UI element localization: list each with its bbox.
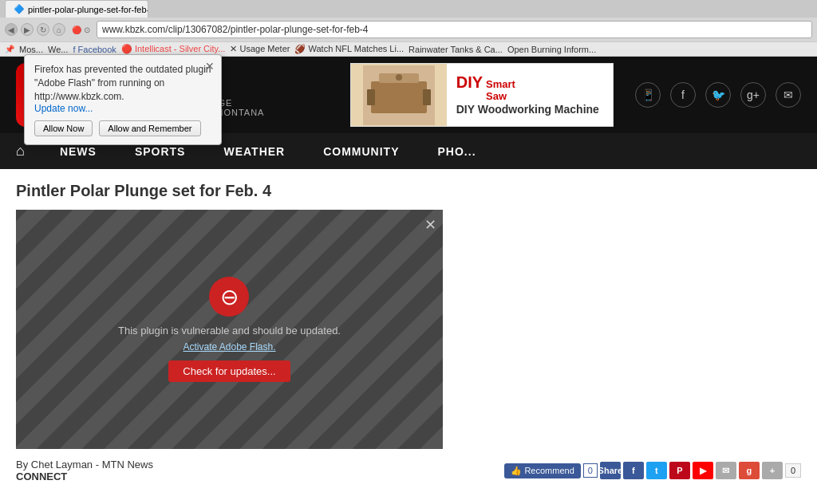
email-share-button[interactable]: ✉ [716, 462, 736, 479]
article-footer: By Chet Layman - MTN News CONNECT 👍 Reco… [16, 452, 801, 482]
bookmarks-label: 📌 [5, 45, 14, 53]
ad-image [351, 63, 447, 127]
refresh-button[interactable]: ↻ [37, 23, 49, 36]
nav-community[interactable]: COMMUNITY [304, 134, 418, 169]
activate-flash-link[interactable]: Activate Adobe Flash. [118, 341, 341, 352]
author-byline: By Chet Layman - MTN News [16, 459, 153, 471]
bookmark-we[interactable]: We... [48, 45, 68, 54]
notification-text: Firefox has prevented the outdated plugi… [34, 63, 211, 103]
pinterest-button[interactable]: P [669, 462, 690, 479]
article-title: Pintler Polar Plunge set for Feb. 4 [16, 182, 801, 200]
ad-content: DIY Smart Saw DIY Woodworking Machine [447, 67, 609, 123]
security-icon: 🔴 [72, 26, 81, 34]
browser-toolbar: ◀ ▶ ↻ ⌂ 🔴 ⊙ [0, 18, 817, 41]
more-button[interactable]: + [762, 462, 783, 479]
social-bar: 👍 Recommend 0 Share f t P ▶ ✉ g + 0 [504, 462, 801, 479]
browser-tab-bar: 🔷 pintler-polar-plunge-set-for-feb-4 ✕ [0, 0, 817, 18]
notification-close-button[interactable]: ✕ [205, 60, 215, 73]
plugin-error-message: This plugin is vulnerable and should be … [118, 325, 341, 337]
allow-remember-button[interactable]: Allow and Remember [99, 120, 200, 136]
facebook-icon[interactable]: f [670, 82, 696, 108]
ad-title: DIY Woodworking Machine [456, 103, 599, 116]
home-button[interactable]: ⌂ [53, 23, 65, 36]
share-button[interactable]: Share [600, 462, 621, 479]
svg-rect-3 [423, 89, 431, 105]
bookmark-usage[interactable]: ✕ Usage Meter [230, 44, 290, 54]
facebook-button[interactable]: f [623, 462, 644, 479]
author-info: By Chet Layman - MTN News CONNECT [16, 459, 153, 482]
ad-banner[interactable]: DIY Smart Saw DIY Woodworking Machine [350, 63, 614, 127]
tab-favicon: 🔷 [14, 4, 25, 14]
email-icon[interactable]: ✉ [776, 82, 801, 108]
notification-update-link[interactable]: Update now... [34, 103, 93, 114]
header-icons: 📱 f 🐦 g+ ✉ [635, 82, 801, 108]
bookmark-intellicast[interactable]: 🔴 Intellicast - Silver City... [121, 44, 226, 54]
bookmark-most[interactable]: Mos... [19, 45, 43, 54]
author-connect: CONNECT [16, 471, 153, 482]
recommend-label: 👍 Recommend [511, 466, 574, 476]
facebook-recommend-count: 0 [583, 463, 598, 478]
ad-smart: Smart [486, 79, 515, 90]
bookmark-rainwater[interactable]: Rainwater Tanks & Ca... [408, 45, 503, 54]
youtube-button[interactable]: ▶ [693, 462, 713, 479]
google-plus-button[interactable]: g [739, 462, 760, 479]
social-count: 0 [785, 463, 801, 478]
google-plus-icon[interactable]: g+ [740, 82, 766, 108]
notification-buttons: Allow Now Allow and Remember [34, 120, 211, 136]
video-close-button[interactable]: ✕ [424, 216, 436, 234]
bookmark-facebook[interactable]: f Facebook [73, 45, 116, 54]
firefox-notification: ✕ Firefox has prevented the outdated plu… [24, 54, 222, 145]
svg-rect-1 [371, 81, 427, 113]
bookmark-burning[interactable]: Open Burning Inform... [507, 45, 596, 54]
ad-saw: Saw [486, 91, 515, 102]
main-content: Pintler Polar Plunge set for Feb. 4 ✕ ⊖ … [0, 169, 817, 495]
allow-now-button[interactable]: Allow Now [34, 120, 93, 136]
tab-label: pintler-polar-plunge-set-for-feb-4 [28, 5, 148, 14]
plugin-blocked-icon: ⊖ [209, 277, 249, 317]
loading-spinner: ⊙ [84, 26, 90, 34]
url-bar[interactable] [97, 21, 812, 38]
active-tab[interactable]: 🔷 pintler-polar-plunge-set-for-feb-4 ✕ [5, 0, 148, 18]
check-updates-button[interactable]: Check for updates... [168, 360, 290, 382]
twitter-button[interactable]: t [646, 462, 667, 479]
browser-chrome: 🔷 pintler-polar-plunge-set-for-feb-4 ✕ ◀… [0, 0, 817, 57]
facebook-recommend-button[interactable]: 👍 Recommend [504, 463, 580, 478]
twitter-icon[interactable]: 🐦 [705, 82, 731, 108]
back-button[interactable]: ◀ [5, 23, 18, 36]
mobile-icon[interactable]: 📱 [635, 82, 661, 108]
ad-diy: DIY [456, 73, 483, 92]
video-player: ✕ ⊖ This plugin is vulnerable and should… [16, 210, 443, 449]
plugin-error: ⊖ This plugin is vulnerable and should b… [118, 277, 341, 382]
nav-photos[interactable]: PHO... [419, 134, 495, 169]
svg-point-5 [396, 74, 402, 81]
svg-rect-2 [367, 89, 375, 105]
bookmark-nfl[interactable]: 🏈 Watch NFL Matches Li... [294, 44, 404, 54]
forward-button[interactable]: ▶ [21, 23, 34, 36]
